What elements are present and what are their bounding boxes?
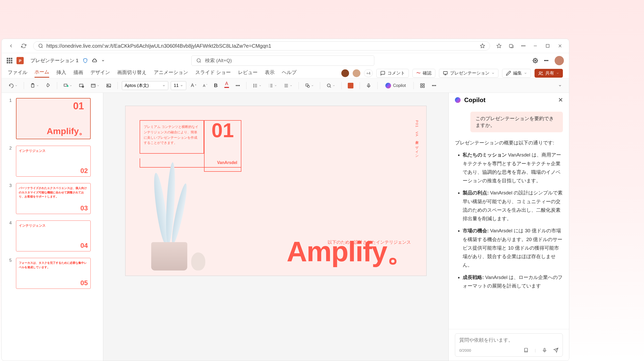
user-prompt-bubble: このプレゼンテーションを要約できますか。 <box>470 112 563 132</box>
user-avatar[interactable] <box>555 56 564 65</box>
layout-button[interactable] <box>89 81 101 90</box>
tab-design[interactable]: デザイン <box>90 69 110 77</box>
new-slide-button[interactable] <box>61 81 74 90</box>
bold-button[interactable]: B <box>212 81 219 90</box>
app-launcher-icon[interactable] <box>7 58 12 63</box>
plant-image <box>136 162 208 270</box>
tab-file[interactable]: ファイル <box>8 69 27 77</box>
confirm-button[interactable]: 〜確認 <box>412 69 435 78</box>
slide-canvas[interactable]: プレミアム コンテンツと横断的なインテリジェンスの融合により、簡単に美しいプレゼ… <box>103 93 448 361</box>
svg-marker-1 <box>480 44 485 48</box>
undo-button[interactable] <box>7 81 20 90</box>
svg-rect-23 <box>368 84 369 86</box>
refresh-button[interactable] <box>21 43 27 49</box>
maximize-icon[interactable] <box>545 43 550 48</box>
numbering-button[interactable] <box>266 81 279 90</box>
chevron-down-icon[interactable] <box>101 58 105 63</box>
grid-view-button[interactable] <box>418 81 427 90</box>
copilot-title: Copilot <box>464 96 486 104</box>
url-text: https://onedrive.live.com/:w:/t/EaCKkPs6… <box>46 43 477 49</box>
font-select[interactable]: Aptos (本文) <box>122 81 168 90</box>
edit-button[interactable]: 編集 <box>502 69 531 78</box>
slide-thumb-5[interactable]: フォーカスは、タスクを完了するために必要な集中レベルを達成しています。 05 <box>16 258 91 289</box>
tab-review[interactable]: レビュー <box>238 69 258 77</box>
favorites-icon[interactable] <box>496 43 502 48</box>
svg-point-21 <box>307 85 309 87</box>
more-collaborators[interactable]: +4 <box>364 69 373 77</box>
svg-point-18 <box>253 85 254 86</box>
collaborator-avatar[interactable] <box>353 69 360 77</box>
find-button[interactable] <box>324 81 337 90</box>
favorite-icon[interactable] <box>480 43 485 48</box>
slide-title[interactable]: Amplify。 <box>287 233 415 271</box>
document-title[interactable]: プレゼンテーション 1 <box>30 57 79 64</box>
designer-button[interactable] <box>346 81 355 90</box>
tab-view[interactable]: 表示 <box>265 69 275 77</box>
svg-rect-3 <box>510 44 513 47</box>
close-icon[interactable] <box>557 43 563 48</box>
svg-rect-24 <box>421 84 422 85</box>
minimize-icon[interactable] <box>533 43 538 48</box>
picture-button[interactable] <box>104 81 113 90</box>
settings-icon[interactable] <box>533 58 538 63</box>
comment-button[interactable]: コメント <box>376 69 409 78</box>
copilot-button[interactable]: Copilot <box>382 81 410 90</box>
svg-rect-4 <box>546 44 549 47</box>
tab-help[interactable]: ヘルプ <box>282 69 296 77</box>
share-button[interactable]: 共有 <box>535 69 563 78</box>
char-counter: 0/2000 <box>459 348 471 352</box>
slide-thumb-3[interactable]: パーソナライズされたエクスペリエンスは、個人向けのカスタマイズ可能な機能に合わせ… <box>16 183 91 214</box>
close-icon[interactable]: ✕ <box>558 97 563 103</box>
current-slide[interactable]: プレミアム コンテンツと横断的なインテリジェンスの融合により、簡単に美しいプレゼ… <box>125 106 427 276</box>
copilot-input-field[interactable] <box>459 337 558 343</box>
collections-icon[interactable] <box>509 43 514 48</box>
tab-home[interactable]: ホーム <box>35 69 49 78</box>
back-button[interactable] <box>8 43 14 49</box>
shield-icon[interactable] <box>83 58 88 63</box>
presentation-button[interactable]: プレゼンテーション <box>439 69 498 78</box>
svg-rect-14 <box>91 84 95 87</box>
send-icon[interactable] <box>553 348 558 353</box>
paste-button[interactable] <box>28 81 41 90</box>
more-font-button[interactable]: ••• <box>234 81 242 90</box>
mic-icon[interactable] <box>542 348 547 353</box>
cloud-sync-icon[interactable] <box>92 58 97 63</box>
more-icon[interactable]: ••• <box>521 44 526 48</box>
bullets-button[interactable] <box>251 81 264 90</box>
thumb-number: 1 <box>9 98 13 139</box>
shapes-button[interactable] <box>303 81 316 90</box>
copilot-input[interactable]: 0/2000 | <box>455 333 563 357</box>
svg-rect-29 <box>544 348 545 351</box>
align-button[interactable] <box>282 81 294 90</box>
format-painter-button[interactable] <box>44 81 53 90</box>
tab-insert[interactable]: 挿入 <box>56 69 66 77</box>
tab-slideshow[interactable]: スライド ショー <box>195 69 231 77</box>
slide-thumb-2[interactable]: インテリジェンス 02 <box>16 146 91 177</box>
copilot-icon <box>385 83 391 88</box>
search-input[interactable]: 検索 (Alt+Q) <box>191 55 374 66</box>
collapse-ribbon-button[interactable] <box>556 81 564 90</box>
dictate-button[interactable] <box>364 81 373 90</box>
tab-draw[interactable]: 描画 <box>73 69 83 77</box>
more-icon[interactable]: ••• <box>544 58 548 63</box>
font-color-button[interactable]: A <box>222 81 231 90</box>
svg-rect-12 <box>80 84 83 87</box>
tab-transitions[interactable]: 画面切り替え <box>117 69 147 77</box>
svg-point-8 <box>539 72 541 73</box>
powerpoint-icon: P <box>16 57 24 64</box>
more-ribbon-button[interactable]: ••• <box>430 81 438 90</box>
tab-animations[interactable]: アニメーション <box>154 69 188 77</box>
url-bar[interactable]: https://onedrive.live.com/:w:/t/EaCKkPs6… <box>33 41 490 51</box>
copilot-icon <box>455 97 461 103</box>
slide-thumb-4[interactable]: インテリジェンス 04 <box>16 220 91 251</box>
font-size-select[interactable]: 11 <box>171 81 186 90</box>
slide-intro-text[interactable]: プレミアム コンテンツと横断的なインテリジェンスの融合により、簡単に美しいプレゼ… <box>140 120 204 154</box>
slide-thumb-1[interactable]: 01 Amplify。 <box>16 98 91 139</box>
svg-rect-11 <box>64 84 67 86</box>
svg-rect-26 <box>421 86 422 87</box>
decrease-font-button[interactable]: Aˇ <box>201 81 209 90</box>
collaborator-avatar[interactable] <box>341 69 349 77</box>
increase-font-button[interactable]: A^ <box>189 81 198 90</box>
book-icon[interactable] <box>523 348 529 353</box>
reuse-slide-button[interactable] <box>77 81 86 90</box>
